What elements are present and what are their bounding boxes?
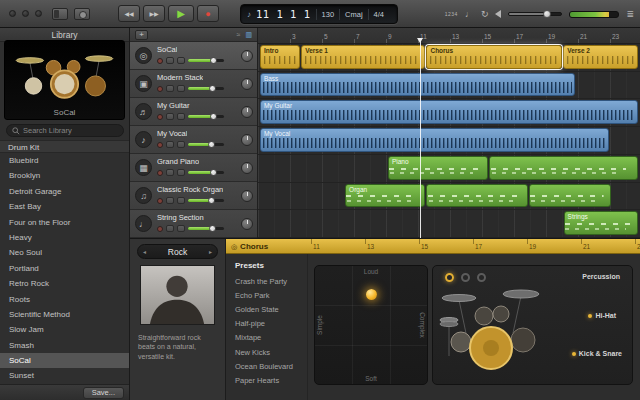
solo-button[interactable] [177, 113, 185, 120]
pan-knob[interactable] [241, 50, 253, 62]
solo-button[interactable] [177, 85, 185, 92]
drummer-avatar[interactable] [140, 265, 215, 325]
track-volume-slider[interactable] [188, 227, 224, 230]
region-intro[interactable]: Intro [260, 45, 300, 69]
record-enable-button[interactable] [157, 58, 163, 64]
record-enable-button[interactable] [157, 226, 163, 232]
library-item-slow-jam[interactable]: Slow Jam [0, 322, 129, 337]
timeline[interactable]: 357911131517192123 IntroVerse 1ChorusVer… [258, 28, 640, 238]
track-volume-slider[interactable] [188, 59, 224, 62]
close-button[interactable] [9, 10, 16, 17]
library-item-neo-soul[interactable]: Neo Soul [0, 245, 129, 260]
track-header-my-vocal[interactable]: ♪My Vocal [130, 126, 257, 154]
library-item-bluebird[interactable]: Bluebird [0, 153, 129, 168]
track-header-grand-piano[interactable]: ▦Grand Piano [130, 154, 257, 182]
lcd-display[interactable]: ♪ 11 1 1 1 130 Cmaj 4/4 [240, 4, 398, 24]
cycle-icon[interactable]: ↻ [481, 10, 489, 19]
solo-button[interactable] [177, 169, 185, 176]
mute-button[interactable] [166, 225, 174, 232]
library-item-smash[interactable]: Smash [0, 338, 129, 353]
library-item-east-bay[interactable]: East Bay [0, 199, 129, 214]
tempo-value[interactable]: 130 [322, 10, 335, 19]
region-my-vocal[interactable]: My Vocal [260, 128, 610, 152]
region-classic-rock-organ[interactable] [529, 184, 611, 208]
master-volume-slider[interactable] [508, 12, 562, 16]
playhead-handle-icon[interactable] [417, 38, 423, 43]
pan-knob[interactable] [241, 106, 253, 118]
preset-item-half-pipe[interactable]: Half-pipe [226, 317, 307, 331]
region-piano[interactable]: Piano [388, 156, 488, 180]
track-header-my-guitar[interactable]: ♬My Guitar [130, 98, 257, 126]
solo-button[interactable] [177, 141, 185, 148]
play-button[interactable]: ▶ [168, 5, 194, 22]
region-strings[interactable]: Strings [564, 211, 638, 235]
solo-button[interactable] [177, 225, 185, 232]
region-chorus[interactable]: Chorus [426, 45, 562, 69]
editor-region-header[interactable]: ◎ Chorus 11131517192123 [226, 239, 640, 254]
genre-prev-icon[interactable]: ◂ [143, 248, 146, 255]
solo-button[interactable] [177, 57, 185, 64]
region-verse-1[interactable]: Verse 1 [301, 45, 425, 69]
library-item-four-on-the-floor[interactable]: Four on the Floor [0, 215, 129, 230]
record-enable-button[interactable] [157, 142, 163, 148]
mixer-icon[interactable]: ▥ [245, 31, 252, 38]
lcd-mode-icon[interactable]: ≣ [626, 10, 634, 19]
kit-label-hihat[interactable]: Hi-Hat [588, 312, 616, 319]
region-classic-rock-organ[interactable] [426, 184, 527, 208]
library-toggle-icon[interactable] [52, 8, 68, 20]
key-value[interactable]: Cmaj [345, 10, 363, 19]
track-volume-slider[interactable] [188, 199, 224, 202]
track-volume-slider[interactable] [188, 171, 224, 174]
record-button[interactable]: ● [197, 5, 219, 22]
count-in-icon[interactable]: 1234 [445, 12, 458, 17]
pan-knob[interactable] [241, 78, 253, 90]
library-item-sunset[interactable]: Sunset [0, 368, 129, 383]
record-enable-button[interactable] [157, 114, 163, 120]
record-enable-button[interactable] [157, 170, 163, 176]
library-item-socal[interactable]: SoCal [0, 353, 129, 368]
solo-button[interactable] [177, 197, 185, 204]
kit-label-kick-snare[interactable]: Kick & Snare [572, 350, 622, 357]
pan-knob[interactable] [241, 162, 253, 174]
region-my-guitar[interactable]: My Guitar [260, 100, 638, 124]
region-organ[interactable]: Organ [345, 184, 425, 208]
track-volume-slider[interactable] [188, 87, 224, 90]
minimize-button[interactable] [22, 10, 29, 17]
smart-controls-icon[interactable] [74, 8, 90, 20]
zoom-button[interactable] [35, 10, 42, 17]
rewind-button[interactable]: ◀◀ [118, 5, 140, 22]
pan-knob[interactable] [241, 190, 253, 202]
library-category-header[interactable]: Drum Kit [0, 140, 129, 153]
track-header-socal[interactable]: ◎SoCal [130, 42, 257, 70]
track-header-string-section[interactable]: ♩String Section [130, 210, 257, 238]
forward-button[interactable]: ▶▶ [143, 5, 165, 22]
mute-button[interactable] [166, 113, 174, 120]
library-item-brooklyn[interactable]: Brooklyn [0, 168, 129, 183]
record-enable-button[interactable] [157, 86, 163, 92]
preset-item-ocean-boulevard[interactable]: Ocean Boulevard [226, 359, 307, 373]
playhead[interactable] [420, 38, 421, 238]
mute-button[interactable] [166, 197, 174, 204]
library-item-heavy[interactable]: Heavy [0, 230, 129, 245]
preset-item-golden-state[interactable]: Golden State [226, 302, 307, 316]
library-item-retro-rock[interactable]: Retro Rock [0, 276, 129, 291]
library-item-detroit-garage[interactable]: Detroit Garage [0, 184, 129, 199]
genre-next-icon[interactable]: ▸ [209, 248, 212, 255]
genre-selector[interactable]: ◂ Rock ▸ [137, 244, 218, 259]
preset-item-mixtape[interactable]: Mixtape [226, 331, 307, 345]
region-verse-2[interactable]: Verse 2 [563, 45, 638, 69]
track-volume-slider[interactable] [188, 115, 224, 118]
search-input[interactable] [23, 126, 118, 135]
region-bass[interactable]: Bass [260, 73, 575, 97]
region-grand-piano[interactable] [489, 156, 638, 180]
add-track-button[interactable]: + [135, 30, 148, 40]
track-volume-slider[interactable] [188, 143, 224, 146]
mute-button[interactable] [166, 57, 174, 64]
library-item-scientific-method[interactable]: Scientific Method [0, 307, 129, 322]
preset-item-echo-park[interactable]: Echo Park [226, 288, 307, 302]
preset-item-new-kicks[interactable]: New Kicks [226, 345, 307, 359]
library-item-roots[interactable]: Roots [0, 292, 129, 307]
drum-kit-illustration[interactable] [437, 278, 545, 382]
pan-knob[interactable] [241, 218, 253, 230]
time-signature-value[interactable]: 4/4 [374, 10, 384, 19]
